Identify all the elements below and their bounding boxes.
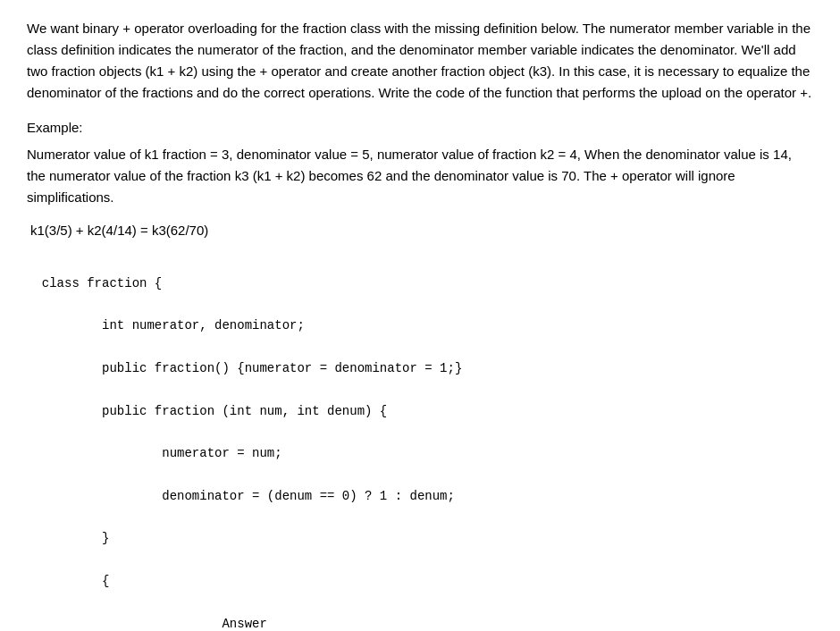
code-block: class fraction { int numerator, denomina… [27, 252, 813, 631]
code-line-6: denominator = (denum == 0) ? 1 : denum; [42, 489, 455, 503]
code-line-7: } [42, 531, 110, 545]
code-line-5: numerator = num; [42, 446, 282, 460]
code-line-9: Answer [42, 617, 267, 631]
code-line-8: { [42, 574, 110, 588]
code-line-4: public fraction (int num, int denum) { [42, 404, 387, 418]
example-detail: Numerator value of k1 fraction = 3, deno… [27, 144, 813, 208]
example-label: Example: [27, 120, 813, 135]
description-paragraph1: We want binary + operator overloading fo… [27, 18, 813, 104]
code-line-2: int numerator, denominator; [42, 318, 305, 332]
formula-line: k1(3/5) + k2(4/14) = k3(62/70) [27, 223, 813, 238]
code-line-1: class fraction { [42, 276, 162, 290]
code-line-3: public fraction() {numerator = denominat… [42, 361, 462, 375]
